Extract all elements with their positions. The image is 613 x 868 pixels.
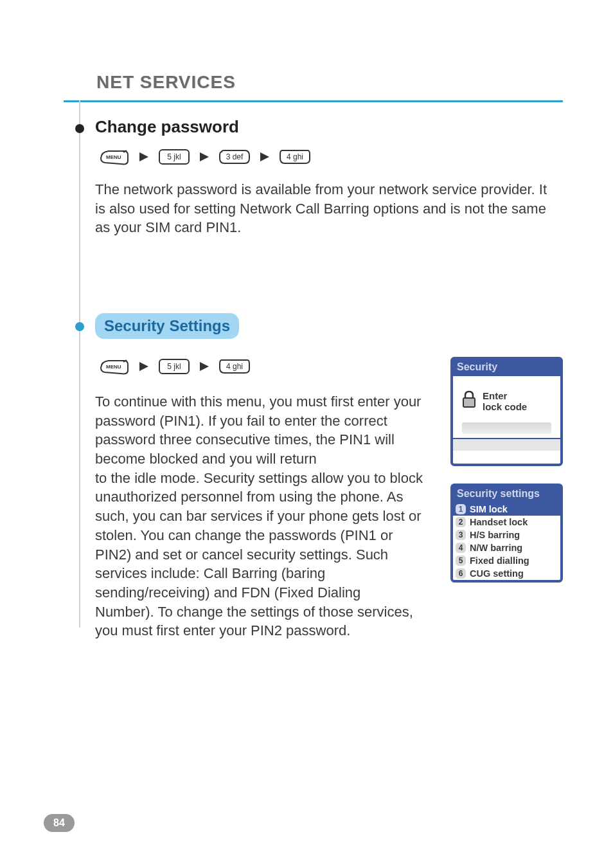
- svg-text:MENU: MENU: [106, 154, 121, 160]
- heading-badge: Security Settings: [95, 313, 239, 339]
- phone-menu-item-label: N/W barring: [470, 543, 522, 553]
- menu-key-icon: MENU: [100, 149, 129, 165]
- phone-menu-item-number: 1: [456, 504, 466, 514]
- phone-menu-item: 5Fixed dialling: [453, 554, 560, 567]
- phone-screenshot-security-menu: Security settings 1SIM lock2Handset lock…: [450, 484, 563, 583]
- key-sequence-security-settings: MENU 5 jkl 4 ghi: [100, 359, 250, 374]
- phone-input-slot: [462, 422, 551, 434]
- arrow-icon: [139, 362, 148, 371]
- phone-menu-item: 6CUG setting: [453, 567, 560, 580]
- arrow-icon: [139, 152, 148, 161]
- arrow-icon: [200, 362, 209, 371]
- phone-menu-item-number: 3: [456, 530, 466, 540]
- arrow-icon: [260, 152, 269, 161]
- phone-menu-item-label: CUG setting: [470, 568, 524, 579]
- lock-prompt-text: Enter lock code: [483, 390, 527, 412]
- menu-key-icon: MENU: [100, 359, 129, 374]
- svg-text:4 ghi: 4 ghi: [287, 152, 303, 161]
- phone-menu-item-label: H/S barring: [470, 530, 520, 540]
- section-heading-change-password: Change password: [95, 117, 239, 137]
- phone-titlebar: Security settings: [453, 486, 560, 503]
- svg-text:5 jkl: 5 jkl: [167, 362, 181, 371]
- phone-menu-item-number: 5: [456, 556, 466, 566]
- section-bullet: [75, 124, 84, 133]
- phone-softkey-bar: [453, 438, 560, 451]
- lock-icon: [461, 390, 477, 412]
- phone-menu-item-number: 6: [456, 568, 466, 579]
- svg-text:MENU: MENU: [106, 364, 121, 370]
- key-sequence-change-password: MENU 5 jkl 3 def 4 ghi: [100, 149, 310, 165]
- phone-titlebar: Security: [453, 359, 560, 376]
- phone-menu-item-label: SIM lock: [470, 504, 508, 514]
- phone-menu-item: 3H/S barring: [453, 529, 560, 541]
- phone-menu-item: 2Handset lock: [453, 516, 560, 529]
- phone-screenshot-security-lock: Security Enter lock code: [450, 357, 563, 466]
- key-4: 4 ghi: [219, 359, 250, 374]
- phone-menu-item-label: Handset lock: [470, 517, 528, 527]
- key-5: 5 jkl: [159, 359, 190, 374]
- phone-menu-item: 1SIM lock: [453, 503, 560, 516]
- page-number: 84: [44, 814, 75, 832]
- key-5-label: 5 jkl: [167, 152, 181, 161]
- key-4: 4 ghi: [280, 149, 310, 165]
- arrow-icon: [200, 152, 209, 161]
- key-3: 3 def: [219, 149, 250, 165]
- svg-text:3 def: 3 def: [226, 152, 244, 161]
- phone-menu-item-number: 4: [456, 543, 466, 553]
- key-5: 5 jkl: [159, 149, 190, 165]
- svg-rect-8: [463, 398, 475, 407]
- section-heading-security-settings: Security Settings: [95, 313, 239, 339]
- section-divider-line: [79, 100, 80, 628]
- body-change-password: The network password is available from y…: [95, 180, 558, 237]
- phone-menu-item-label: Fixed dialling: [470, 556, 529, 566]
- body-security-settings: To continue with this menu, you must fir…: [95, 392, 423, 640]
- section-bullet: [75, 322, 84, 331]
- phone-menu-item-number: 2: [456, 517, 466, 527]
- svg-text:4 ghi: 4 ghi: [226, 362, 243, 371]
- phone-menu-list: 1SIM lock2Handset lock3H/S barring4N/W b…: [453, 503, 560, 580]
- phone-menu-item: 4N/W barring: [453, 541, 560, 554]
- page-title: NET SERVICES: [96, 72, 236, 93]
- title-rule: [64, 100, 563, 102]
